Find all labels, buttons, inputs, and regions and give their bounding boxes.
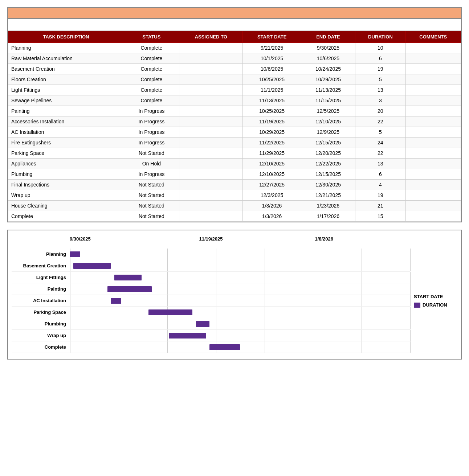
gantt-grid-line [216, 249, 216, 260]
gantt-row-label: Basement Creation [12, 263, 70, 268]
task-end-date: 12/21/2025 [301, 190, 355, 201]
gantt-date-headers: 9/30/2025 11/19/2025 1/8/2026 [70, 236, 410, 247]
task-end-date: 12/15/2025 [301, 169, 355, 180]
task-comments [405, 148, 461, 159]
task-duration: 19 [355, 190, 405, 201]
task-status: On Hold [124, 159, 179, 169]
table-row: Accessories Installation In Progress 11/… [8, 116, 461, 127]
gantt-grid-line [265, 272, 265, 283]
task-assigned [179, 169, 243, 180]
legend-color-box [414, 303, 420, 308]
gantt-grid-line [362, 330, 362, 341]
gantt-grid-line [265, 307, 265, 318]
schedule-table-container: TASK DESCRIPTION STATUS ASSIGNED TO STAR… [7, 7, 462, 222]
task-start-date: 11/13/2025 [243, 95, 301, 106]
gantt-date-1: 9/30/2025 [70, 236, 91, 242]
gantt-bars-area [70, 283, 410, 295]
gantt-grid-line [410, 330, 411, 341]
task-comments [405, 180, 461, 190]
task-comments [405, 116, 461, 127]
gantt-bars-area [70, 272, 410, 283]
gantt-grid-line [216, 318, 216, 329]
task-start-date: 10/25/2025 [243, 106, 301, 116]
gantt-row: Plumbing [12, 318, 410, 330]
task-name: Wrap up [8, 190, 124, 201]
task-duration: 6 [355, 169, 405, 180]
task-end-date: 12/5/2025 [301, 106, 355, 116]
task-end-date: 12/22/2025 [301, 159, 355, 169]
table-row: Light Fittings Complete 11/1/2025 11/13/… [8, 85, 461, 95]
task-assigned [179, 201, 243, 211]
table-row: Painting In Progress 10/25/2025 12/5/202… [8, 106, 461, 116]
task-start-date: 11/22/2025 [243, 138, 301, 148]
gantt-grid-line [313, 295, 313, 306]
task-duration: 22 [355, 116, 405, 127]
gantt-grid-line [313, 249, 313, 260]
task-comments [405, 159, 461, 169]
table-row: Parking Space Not Started 11/29/2025 12/… [8, 148, 461, 159]
gantt-row-label: AC Installation [12, 298, 70, 303]
task-assigned [179, 138, 243, 148]
gantt-grid-line [410, 295, 411, 306]
gantt-grid-line [410, 307, 411, 318]
gantt-grid-line [362, 295, 362, 306]
gantt-grid-line [119, 330, 119, 341]
legend-start-label: START DATE [414, 294, 457, 299]
table-header-row: TASK DESCRIPTION STATUS ASSIGNED TO STAR… [8, 31, 461, 43]
gantt-grid-line [265, 283, 265, 295]
legend-duration-item: DURATION [414, 302, 457, 308]
gantt-grid-line [70, 318, 70, 329]
table-row: Fire Extingushers In Progress 11/22/2025… [8, 138, 461, 148]
gantt-grid-line [362, 249, 362, 260]
gantt-row-label: Plumbing [12, 321, 70, 327]
table-row: Planning Complete 9/21/2025 9/30/2025 10 [8, 43, 461, 53]
gantt-grid-line [216, 272, 216, 283]
gantt-grid-line [362, 283, 362, 295]
gantt-grid-line [313, 283, 313, 295]
gantt-grid-line [167, 272, 168, 283]
task-assigned [179, 64, 243, 74]
task-start-date: 12/27/2025 [243, 180, 301, 190]
task-end-date: 9/30/2025 [301, 43, 355, 53]
task-duration: 21 [355, 201, 405, 211]
gantt-grid-line [216, 283, 216, 295]
gantt-date-3: 1/8/2026 [315, 236, 333, 242]
gantt-legend: START DATE DURATION [410, 249, 457, 353]
gantt-bars-area [70, 260, 410, 271]
task-name: Floors Creation [8, 74, 124, 85]
task-start-date: 11/29/2025 [243, 148, 301, 159]
task-assigned [179, 53, 243, 64]
task-end-date: 10/29/2025 [301, 74, 355, 85]
gantt-row: Parking Space [12, 307, 410, 318]
gantt-row: AC Installation [12, 295, 410, 307]
task-assigned [179, 85, 243, 95]
task-assigned [179, 116, 243, 127]
gantt-row-label: Light Fittings [12, 275, 70, 280]
task-status: Complete [124, 95, 179, 106]
task-start-date: 12/3/2025 [243, 190, 301, 201]
task-status: Complete [124, 85, 179, 95]
task-name: Planning [8, 43, 124, 53]
gantt-grid-line [216, 295, 216, 306]
task-name: Parking Space [8, 148, 124, 159]
gantt-bar [169, 333, 206, 338]
gantt-grid-line [265, 341, 265, 353]
task-start-date: 11/19/2025 [243, 116, 301, 127]
task-assigned [179, 43, 243, 53]
table-row: Basement Creation Complete 10/6/2025 10/… [8, 64, 461, 74]
table-row: Final Inspections Not Started 12/27/2025… [8, 180, 461, 190]
task-duration: 4 [355, 180, 405, 190]
task-duration: 24 [355, 138, 405, 148]
task-start-date: 11/1/2025 [243, 85, 301, 95]
gantt-grid-line [410, 318, 411, 329]
gantt-grid-line [265, 260, 265, 271]
col-start: START DATE [243, 31, 301, 43]
task-comments [405, 64, 461, 74]
gantt-grid-line [265, 330, 265, 341]
gantt-grid-line [362, 307, 362, 318]
gantt-bar [111, 298, 121, 304]
task-status: Not Started [124, 180, 179, 190]
gantt-bar [70, 251, 80, 257]
task-name: Appliances [8, 159, 124, 169]
gantt-grid-line [167, 295, 168, 306]
